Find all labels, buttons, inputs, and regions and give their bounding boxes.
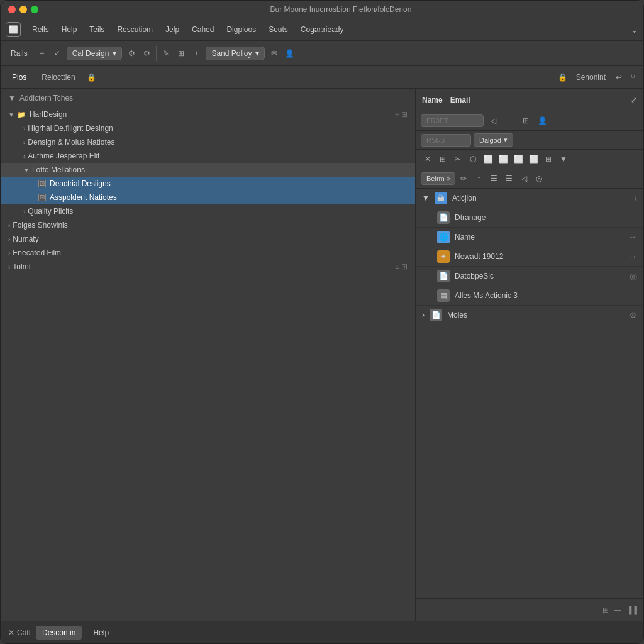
toolbar-separator1	[156, 46, 157, 61]
action-newadt[interactable]: ↔	[628, 252, 637, 262]
filter-btn1[interactable]: ◁	[486, 114, 500, 128]
menu-item-rescutiom[interactable]: Rescutiom	[111, 23, 159, 36]
list-item-newadt[interactable]: ✦ Newadt 19012 ↔	[416, 247, 643, 267]
sq1-btn[interactable]: ⬜	[481, 152, 495, 166]
grid-icon[interactable]: ⊞	[175, 48, 187, 59]
list2-btn[interactable]: ☰	[502, 172, 516, 186]
menu-item-help[interactable]: Help	[55, 23, 84, 36]
cut-btn[interactable]: ✂	[451, 152, 465, 166]
filter-btn2[interactable]: —	[502, 114, 516, 128]
list-item-aticjlon[interactable]: ▼ 🏔 Aticjlon ›	[416, 189, 643, 208]
tree-item-lotto[interactable]: ▼ Lotto Mellations	[1, 163, 415, 177]
person-icon[interactable]: 👤	[284, 48, 295, 59]
close-button[interactable]	[8, 6, 16, 13]
help-tab[interactable]: Help	[87, 626, 115, 640]
undo-icon[interactable]: ↩	[613, 72, 625, 83]
list-item-name[interactable]: 🌐 Name ↔	[416, 228, 643, 247]
menu-item-seuts[interactable]: Seuts	[262, 23, 294, 36]
filter-btn3[interactable]: ⊞	[519, 114, 533, 128]
tree-item-numaty[interactable]: › Numaty	[1, 232, 415, 246]
back-btn[interactable]: ◁	[517, 172, 531, 186]
menu-item-teils[interactable]: Teils	[83, 23, 111, 36]
cal-design-dropdown[interactable]: Cal Design ▾	[67, 47, 123, 60]
tree-item-tolmt[interactable]: › Tolmt ≡ ⊞	[1, 260, 415, 274]
menu-item-jelp[interactable]: Jelp	[159, 23, 186, 36]
tree-item-densign[interactable]: › Densign & Molus Natiotes	[1, 135, 415, 149]
list-item-moles[interactable]: › 📄 Moles ⚙	[416, 306, 643, 325]
plus-icon[interactable]: +	[191, 48, 202, 59]
tree-item-enecated[interactable]: › Enecated Film	[1, 246, 415, 260]
filter-btn4[interactable]: 👤	[535, 114, 549, 128]
label-lotto: Lotto Mellations	[32, 165, 408, 174]
menu-item-cahed[interactable]: Cahed	[186, 23, 220, 36]
tree-item-deactrial[interactable]: ☑ Deactrial Desiigns	[1, 177, 415, 191]
hex-btn[interactable]: ⬡	[466, 152, 480, 166]
sq4-btn[interactable]: ⬜	[526, 152, 540, 166]
check-icon[interactable]: ✓	[52, 48, 63, 59]
pencil-btn[interactable]: ✏	[457, 172, 470, 186]
action-aticjlon[interactable]: ›	[634, 193, 637, 203]
sq2-btn[interactable]: ⬜	[496, 152, 510, 166]
app-icon[interactable]: ⬜	[6, 22, 21, 37]
grid-btn[interactable]: ⊞	[436, 152, 450, 166]
maximize-button[interactable]	[31, 6, 38, 13]
label-alles: Alles Ms Actionic 3	[455, 291, 637, 300]
dropdown-chevron: ▾	[113, 49, 116, 58]
list-item-datobpesic[interactable]: 📄 DatobpeSic ◎	[416, 267, 643, 286]
bottom-icon1[interactable]: ⊞	[602, 606, 609, 614]
label-quality: Quality Plicits	[28, 207, 408, 216]
left-panel: ▼ Addlctern Tches ▼ 📁 HarlDesign ≡ ⊞ › H…	[1, 89, 416, 621]
pencil-icon[interactable]: ✎	[160, 48, 172, 59]
close-btn[interactable]: ✕	[421, 152, 435, 166]
beirm-dropdown[interactable]: Beirm ◊	[421, 172, 455, 185]
list-item-alles[interactable]: ▤ Alles Ms Actionic 3	[416, 286, 643, 306]
more-btn[interactable]: ▼	[557, 152, 570, 166]
branch-icon[interactable]: ⑂	[627, 72, 638, 83]
list-item-dtranage[interactable]: 📄 Dtranage	[416, 208, 643, 228]
rails-button[interactable]: Rails	[6, 47, 33, 60]
minimize-button[interactable]	[19, 6, 27, 13]
tab-relocttien[interactable]: Relocttien	[35, 70, 81, 84]
up-btn[interactable]: ↑	[472, 172, 486, 186]
descon-tab[interactable]: Descon in	[36, 626, 82, 640]
close-x-icon: ✕	[8, 628, 14, 637]
action-icons-tolmt: ≡ ⊞	[395, 262, 408, 271]
tree-item-authme[interactable]: › Authme Jesperap Elit	[1, 149, 415, 163]
mail-icon[interactable]: ✉	[269, 48, 280, 59]
search-field[interactable]	[421, 114, 484, 127]
settings-icon1[interactable]: ⚙	[126, 48, 137, 59]
action-moles[interactable]: ⚙	[629, 310, 637, 320]
tree-item-quality[interactable]: › Quality Plicits	[1, 204, 415, 218]
lock-icon[interactable]: 🔒	[557, 72, 569, 83]
checkbox-deactrial[interactable]: ☑	[38, 180, 46, 187]
tree-item-asspolderit[interactable]: ☑ Asspolderit Natiotes	[1, 191, 415, 204]
tree-item-folges[interactable]: › Folges Showinis	[1, 218, 415, 232]
tree-item-higrhal[interactable]: › Higrhal De.filignt Desingn	[1, 121, 415, 135]
right-panel-expand[interactable]: ⤢	[631, 96, 637, 104]
menu-item-cogar[interactable]: Cogar:rieady	[294, 23, 350, 36]
sq3-btn[interactable]: ⬜	[511, 152, 525, 166]
list-icon[interactable]: ≡	[36, 48, 48, 59]
traffic-lights	[8, 6, 38, 13]
label-dtranage: Dtranage	[455, 213, 637, 222]
tab-plos[interactable]: Plos	[6, 70, 33, 84]
list-btn[interactable]: ☰	[487, 172, 501, 186]
menubar-chevron[interactable]: ⌄	[631, 25, 638, 35]
action-name[interactable]: ↔	[628, 232, 637, 242]
tree-item-harddesign[interactable]: ▼ 📁 HarlDesign ≡ ⊞	[1, 108, 415, 121]
dropdown-label: Cal Design	[72, 49, 109, 58]
bottom-icon3[interactable]: ▐▐	[626, 606, 637, 614]
filter-dropdown[interactable]: Dalgod ▾	[474, 133, 513, 147]
cancel-button[interactable]: ✕ Catt	[8, 628, 31, 637]
menubar: ⬜ Rells Help Teils Rescutiom Jelp Cahed …	[1, 18, 643, 41]
filter-input[interactable]	[421, 134, 471, 147]
policy-dropdown[interactable]: Sand Polioy ▾	[206, 47, 265, 60]
sq5-btn[interactable]: ⊞	[541, 152, 555, 166]
menu-item-rells[interactable]: Rells	[26, 23, 55, 36]
circle-btn[interactable]: ◎	[532, 172, 546, 186]
action-datobpesic[interactable]: ◎	[630, 271, 637, 281]
menu-item-digploos[interactable]: Digploos	[220, 23, 262, 36]
settings-icon2[interactable]: ⚙	[141, 48, 152, 59]
checkbox-asspolderit[interactable]: ☑	[38, 194, 46, 201]
bottom-icon2[interactable]: —	[614, 606, 621, 614]
